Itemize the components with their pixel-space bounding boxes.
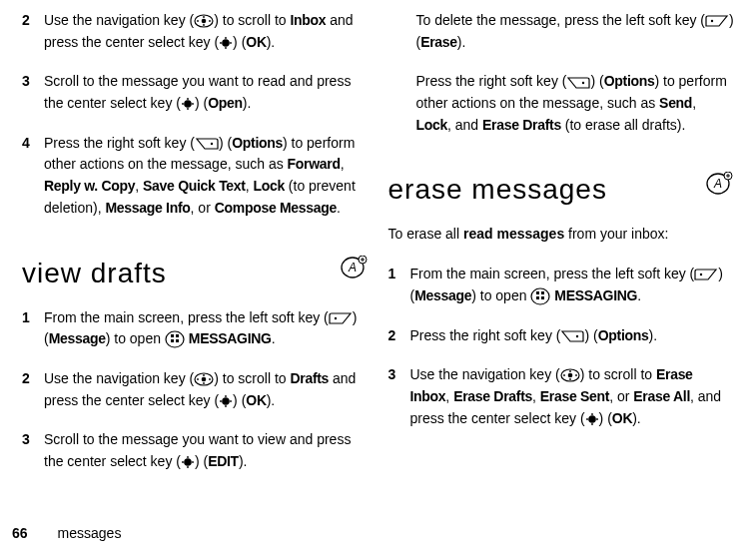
text: ) to scroll to (580, 366, 656, 382)
text: (to erase all drafts). (561, 117, 686, 133)
step-number: 3 (22, 429, 44, 472)
ok-label: OK (246, 34, 266, 50)
text: ). (648, 327, 657, 343)
right-column: To delete the message, press the left so… (378, 0, 745, 491)
feature-badge-icon (704, 172, 734, 196)
erase-all-label: Erase All (633, 388, 690, 404)
erase-label: Erase (420, 34, 457, 50)
text: Use the navigation key ( (44, 12, 194, 28)
options-label: Options (598, 327, 649, 343)
nav-key-icon (194, 372, 214, 386)
text: ). (457, 34, 466, 50)
text: ). (267, 34, 276, 50)
step-body: From the main screen, press the left sof… (44, 307, 369, 350)
text: Use the navigation key ( (44, 370, 194, 386)
text: . (272, 330, 276, 346)
step-body: From the main screen, press the left sof… (410, 264, 735, 306)
step-2: 2 Use the navigation key () to scroll to… (22, 10, 369, 53)
lock-label: Lock (253, 178, 284, 194)
text: , (532, 388, 540, 404)
forward-label: Forward (288, 156, 341, 172)
center-key-icon (219, 36, 233, 50)
center-key-icon (181, 455, 195, 469)
message-info-label: Message Info (105, 200, 190, 216)
text: ) ( (584, 327, 597, 343)
erase-drafts-label: Erase Drafts (482, 117, 561, 133)
text: ). (632, 410, 641, 426)
text: , and (447, 117, 482, 133)
options-para: Press the right soft key () (Options) to… (416, 71, 735, 136)
view-drafts-heading-row: view drafts (22, 238, 369, 297)
text: , or (609, 388, 633, 404)
erase-step-3: 3 Use the navigation key () to scroll to… (388, 364, 735, 429)
message-label: Message (49, 330, 106, 346)
delete-para: To delete the message, press the left so… (416, 10, 735, 53)
text: ) to open (471, 287, 530, 303)
left-soft-key-icon (329, 312, 353, 324)
text: , (341, 156, 345, 172)
right-soft-key-icon (560, 330, 584, 342)
text: ). (239, 453, 248, 469)
text: ) ( (599, 410, 612, 426)
text: . (637, 287, 641, 303)
text: ) to scroll to (214, 370, 290, 386)
erase-drafts-label: Erase Drafts (453, 388, 532, 404)
text: , or (191, 200, 215, 216)
text: ) ( (195, 453, 208, 469)
center-key-icon (181, 97, 195, 111)
step-body: Press the right soft key () (Options). (410, 325, 735, 347)
feature-badge-icon (339, 256, 369, 279)
text: ). (243, 95, 252, 111)
text: ) ( (219, 135, 232, 151)
step-body: Scroll to the message you want to read a… (44, 71, 369, 114)
view-step-2: 2 Use the navigation key () to scroll to… (22, 368, 369, 411)
ok-label: OK (246, 392, 266, 408)
drafts-label: Drafts (290, 370, 329, 386)
step-number: 3 (22, 71, 44, 114)
erase-messages-heading: erase messages (388, 174, 607, 206)
view-step-3: 3 Scroll to the message you want to view… (22, 429, 369, 472)
text: To delete the message, press the left so… (416, 12, 705, 28)
step-number: 1 (22, 307, 44, 350)
nav-key-icon (194, 14, 214, 28)
step-3: 3 Scroll to the message you want to read… (22, 71, 369, 114)
text: ) to open (106, 330, 165, 346)
text: ) to scroll to (214, 12, 290, 28)
text: ) ( (233, 34, 246, 50)
step-number: 4 (22, 133, 44, 220)
step-4: 4 Press the right soft key () (Options) … (22, 133, 369, 220)
text: from your inbox: (564, 226, 668, 242)
text: Press the right soft key ( (416, 73, 567, 89)
step-number: 2 (22, 10, 44, 53)
view-step-1: 1 From the main screen, press the left s… (22, 307, 369, 350)
step-body: Scroll to the message you want to view a… (44, 429, 369, 472)
options-label: Options (604, 73, 655, 89)
text: ). (267, 392, 276, 408)
reply-copy-label: Reply w. Copy (44, 178, 135, 194)
compose-message-label: Compose Message (215, 200, 337, 216)
save-quick-text-label: Save Quick Text (143, 178, 246, 194)
step-number: 2 (22, 368, 44, 411)
edit-label: EDIT (208, 453, 239, 469)
text: ) ( (590, 73, 603, 89)
text: ) ( (195, 95, 208, 111)
center-key-icon (219, 394, 233, 408)
right-soft-key-icon (566, 77, 590, 89)
open-label: Open (208, 95, 243, 111)
text: From the main screen, press the left sof… (410, 266, 695, 281)
read-messages-bold: read messages (463, 226, 564, 242)
erase-step-1: 1 From the main screen, press the left s… (388, 264, 735, 306)
text: , (135, 178, 143, 194)
step-number: 3 (388, 364, 410, 429)
step-body: Press the right soft key () (Options) to… (44, 133, 369, 220)
text: , (445, 388, 453, 404)
text: , (692, 95, 696, 111)
footer-section: messages (58, 525, 122, 541)
erase-sent-label: Erase Sent (540, 388, 609, 404)
ok-label: OK (612, 410, 632, 426)
text: To erase all (388, 226, 463, 242)
view-drafts-heading: view drafts (22, 258, 167, 289)
erase-step-2: 2 Press the right soft key () (Options). (388, 325, 735, 347)
lock-label: Lock (416, 117, 447, 133)
page-number: 66 (12, 525, 28, 541)
